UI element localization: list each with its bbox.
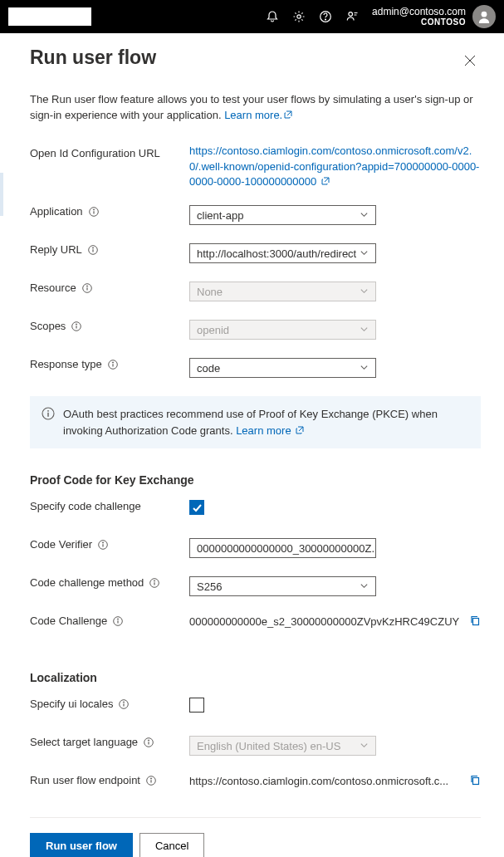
resource-select: None xyxy=(189,282,376,301)
reply-url-label: Reply URL xyxy=(30,243,82,256)
svg-point-0 xyxy=(297,15,301,18)
info-icon[interactable] xyxy=(143,737,154,748)
user-email: admin@contoso.com xyxy=(372,6,466,17)
svg-rect-17 xyxy=(47,413,48,417)
target-language-select: English (United States) en-US xyxy=(189,736,376,756)
svg-point-4 xyxy=(482,12,487,17)
chevron-down-icon xyxy=(360,286,369,298)
topbar-user[interactable]: admin@contoso.com CONTOSO xyxy=(372,6,466,27)
chevron-down-icon xyxy=(360,740,369,752)
svg-point-3 xyxy=(349,12,353,17)
info-icon[interactable] xyxy=(88,206,100,218)
top-bar: admin@contoso.com CONTOSO xyxy=(0,0,504,33)
chevron-down-icon xyxy=(360,580,369,593)
svg-point-21 xyxy=(154,580,155,581)
openid-label: Open Id Configuration URL xyxy=(30,144,189,159)
info-icon[interactable] xyxy=(71,321,82,332)
info-circle-icon xyxy=(42,407,55,438)
svg-point-2 xyxy=(325,19,326,20)
svg-point-30 xyxy=(150,778,151,779)
scopes-label: Scopes xyxy=(30,320,66,332)
challenge-method-label: Code challenge method xyxy=(30,576,144,589)
info-icon[interactable] xyxy=(81,282,93,294)
avatar[interactable] xyxy=(472,5,496,28)
intro-text: The Run user flow feature allows you to … xyxy=(30,92,481,124)
scopes-select: openid xyxy=(189,320,376,340)
pkce-info-banner: OAuth best practices recommend use of Pr… xyxy=(30,396,481,448)
info-icon[interactable] xyxy=(87,244,99,256)
response-type-label: Response type xyxy=(30,358,102,370)
svg-point-23 xyxy=(118,619,119,619)
svg-point-26 xyxy=(124,702,125,703)
endpoint-value: https://contoso.ciamlogin.com/contoso.on… xyxy=(189,775,461,787)
notifications-icon[interactable] xyxy=(259,0,286,33)
info-icon[interactable] xyxy=(97,539,109,551)
challenge-method-select[interactable]: S256 xyxy=(189,576,376,596)
specify-locales-checkbox[interactable] xyxy=(189,698,204,713)
reply-url-select[interactable]: http://localhost:3000/auth/redirect xyxy=(189,243,376,263)
svg-point-14 xyxy=(112,362,113,363)
external-link-icon xyxy=(296,423,304,439)
code-verifier-input[interactable]: 0000000000000000_30000000000Z... xyxy=(189,538,376,558)
svg-rect-31 xyxy=(473,778,479,785)
close-button[interactable] xyxy=(459,50,481,74)
chevron-down-icon xyxy=(360,209,369,222)
chevron-down-icon xyxy=(360,247,369,260)
panel-title: Run user flow xyxy=(30,47,156,69)
svg-point-28 xyxy=(149,740,149,741)
user-org: CONTOSO xyxy=(421,17,466,27)
separator xyxy=(30,817,481,818)
info-icon[interactable] xyxy=(145,775,157,786)
pkce-learn-more-link[interactable]: Learn more xyxy=(236,424,304,437)
chevron-down-icon xyxy=(360,324,369,336)
external-link-icon xyxy=(284,108,292,124)
svg-point-6 xyxy=(93,209,94,210)
copy-icon[interactable] xyxy=(469,774,481,788)
target-language-label: Select target language xyxy=(30,736,138,748)
learn-more-link[interactable]: Learn more. xyxy=(224,109,292,121)
resource-label: Resource xyxy=(30,282,76,294)
svg-point-12 xyxy=(76,324,77,325)
specify-challenge-label: Specify code challenge xyxy=(30,500,189,512)
openid-url-link[interactable]: https://contoso.ciamlogin.com/contoso.on… xyxy=(189,144,481,191)
feedback-icon[interactable] xyxy=(339,0,365,33)
nav-accent xyxy=(0,173,3,216)
localization-section-title: Localization xyxy=(30,671,481,684)
cancel-button[interactable]: Cancel xyxy=(139,833,204,857)
svg-point-10 xyxy=(86,286,87,286)
svg-point-8 xyxy=(92,247,93,248)
chevron-down-icon xyxy=(360,362,369,375)
run-user-flow-panel: Run user flow The Run user flow feature … xyxy=(0,33,504,857)
response-type-select[interactable]: code xyxy=(189,358,376,378)
code-verifier-label: Code Verifier xyxy=(30,538,92,551)
external-link-icon xyxy=(321,174,330,190)
help-icon[interactable] xyxy=(312,0,339,33)
pkce-section-title: Proof Code for Key Exchange xyxy=(30,473,481,487)
topbar-search-input[interactable] xyxy=(8,7,91,26)
application-select[interactable]: client-app xyxy=(189,205,376,225)
info-icon[interactable] xyxy=(112,615,124,627)
svg-rect-24 xyxy=(473,619,479,625)
copy-icon[interactable] xyxy=(469,615,481,629)
code-challenge-label: Code Challenge xyxy=(30,615,107,627)
info-icon[interactable] xyxy=(149,577,160,589)
application-label: Application xyxy=(30,205,83,218)
info-icon[interactable] xyxy=(118,698,130,710)
svg-point-19 xyxy=(103,542,104,543)
code-challenge-value: 000000000000e_s2_30000000000ZVpvKzHRC49C… xyxy=(189,615,461,628)
svg-point-16 xyxy=(47,410,49,412)
endpoint-label: Run user flow endpoint xyxy=(30,774,140,786)
settings-icon[interactable] xyxy=(286,0,312,33)
specify-locales-label: Specify ui locales xyxy=(30,698,113,710)
specify-challenge-checkbox[interactable] xyxy=(189,500,204,515)
run-user-flow-button[interactable]: Run user flow xyxy=(30,833,133,857)
info-icon[interactable] xyxy=(107,359,119,370)
